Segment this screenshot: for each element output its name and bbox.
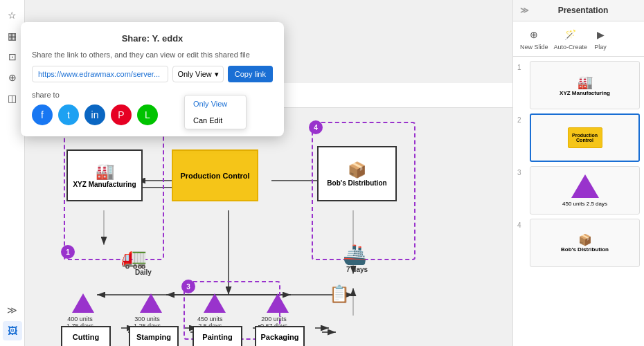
play-icon: ▶ (593, 27, 608, 42)
tool-pages[interactable]: ◫ (3, 89, 22, 108)
auto-create-btn[interactable]: 🪄 Auto-Create (554, 27, 588, 51)
pinterest-share-btn[interactable]: P (111, 104, 132, 125)
new-slide-label: New Slide (520, 44, 548, 51)
permission-select[interactable]: Only View ▾ (172, 66, 223, 82)
chevron-down-icon: ▾ (215, 70, 219, 79)
slide-thumb-2-content: Production Control (531, 115, 638, 161)
slide-num-2: 2 (517, 116, 526, 124)
slide-1-label: XYZ Manufacturing (560, 90, 610, 96)
play-label: Play (594, 44, 607, 51)
stamping-box[interactable]: Stamping (129, 326, 179, 346)
packaging-icon: 📋 (329, 284, 350, 304)
share-input-row: Only View ▾ Copy link (32, 66, 273, 82)
tool-grid[interactable]: ▦ (3, 26, 22, 46)
share-dialog-title: Share: Y. eddx (32, 33, 273, 44)
new-slide-icon: ⊕ (526, 27, 542, 42)
triangle-inv2 (140, 293, 162, 313)
slide-thumb-4[interactable]: 📦 Bob's Distribution (530, 219, 640, 267)
bobs-distribution-box[interactable]: 📦 Bob's Distribution (317, 146, 397, 201)
ship-icon: 🚢 (343, 243, 367, 266)
panel-toolbar: ⊕ New Slide 🪄 Auto-Create ▶ Play (513, 21, 644, 57)
linkedin-share-btn[interactable]: in (84, 104, 105, 125)
cutting-box[interactable]: Cutting (61, 326, 111, 346)
slide-num-1: 1 (517, 64, 526, 71)
panel-expand-icon[interactable]: ≫ (520, 6, 529, 15)
line-share-btn[interactable]: L (137, 104, 158, 125)
slide-num-3: 3 (517, 169, 526, 176)
tool-shapes[interactable]: ⊡ (3, 47, 22, 66)
play-btn[interactable]: ▶ Play (593, 27, 608, 51)
panel-title: Presentation (558, 6, 609, 15)
slide-3-label: 450 units 2.5 days (562, 201, 607, 207)
option-only-view[interactable]: Only View (185, 95, 246, 112)
share-dialog: Share: Y. eddx Share the link to others,… (21, 22, 284, 136)
production-control-box[interactable]: Production Control (172, 149, 258, 201)
truck-icon: 🚛 (121, 245, 147, 269)
seven-days-label: 7 days (346, 266, 368, 273)
slide-thumb-3[interactable]: 450 units 2.5 days (530, 166, 640, 215)
slide-num-4: 4 (517, 221, 526, 229)
badge-4: 4 (309, 120, 323, 134)
packaging-box[interactable]: Packaging (255, 326, 305, 346)
daily-label: Daily (135, 268, 152, 276)
copy-link-button[interactable]: Copy link (228, 66, 273, 82)
new-slide-btn[interactable]: ⊕ New Slide (520, 27, 548, 51)
auto-create-label: Auto-Create (554, 44, 588, 51)
panel-header: ≫ Presentation (513, 0, 644, 21)
slide-item-3[interactable]: 3 450 units 2.5 days (517, 166, 640, 215)
painting-box[interactable]: Painting (193, 326, 242, 346)
slide-4-label: Bob's Distribution (561, 246, 609, 253)
permission-label: Only View (177, 70, 211, 78)
slide-item-1[interactable]: 1 🏭 XYZ Manufacturing (517, 61, 640, 109)
xyz-manufacturing-box[interactable]: 🏭 XYZ Manufacturing (66, 149, 143, 201)
right-panel: ≫ Presentation ⊕ New Slide 🪄 Auto-Create… (512, 0, 644, 346)
slide-2-label: Production Control (569, 133, 602, 143)
badge-3: 3 (181, 280, 195, 293)
triangle-inv1 (72, 293, 94, 313)
permission-dropdown: Only View Can Edit (184, 95, 247, 129)
slide-thumb-1-content: 🏭 XYZ Manufacturing (530, 62, 639, 109)
slide-thumb-4-content: 📦 Bob's Distribution (530, 219, 639, 266)
facebook-share-btn[interactable]: f (32, 104, 53, 125)
slide-thumb-3-content: 450 units 2.5 days (530, 167, 639, 214)
tool-insert[interactable]: ⊕ (3, 68, 22, 87)
main-canvas-area: T ↩ ↪ ◇ ▭ ▭ ⬆ I ⟳ ⊕ ⊕ 🔍 ⊞ ▭ (0, 0, 512, 346)
tool-slides[interactable]: 🖼 (3, 321, 22, 340)
share-url-input[interactable] (32, 66, 168, 82)
slide-thumb-1[interactable]: 🏭 XYZ Manufacturing (530, 61, 640, 109)
diagram-canvas[interactable]: 1 3 4 Production Control 🏭 XYZ Manufactu… (0, 108, 512, 346)
twitter-share-btn[interactable]: t (58, 104, 79, 125)
triangle-inv3 (204, 293, 226, 313)
badge-1: 1 (61, 245, 75, 259)
auto-create-icon: 🪄 (563, 27, 578, 42)
slides-list: 1 🏭 XYZ Manufacturing 2 Production Contr… (513, 57, 644, 346)
slide-thumb-2[interactable]: Production Control (530, 113, 640, 162)
slide-item-4[interactable]: 4 📦 Bob's Distribution (517, 219, 640, 267)
slide-item-2[interactable]: 2 Production Control (517, 113, 640, 162)
triangle-inv4 (267, 293, 289, 313)
share-dialog-desc: Share the link to others, and they can v… (32, 51, 273, 59)
option-can-edit[interactable]: Can Edit (185, 112, 246, 129)
tool-star[interactable]: ☆ (3, 6, 22, 25)
tool-expand[interactable]: ≫ (3, 300, 22, 320)
